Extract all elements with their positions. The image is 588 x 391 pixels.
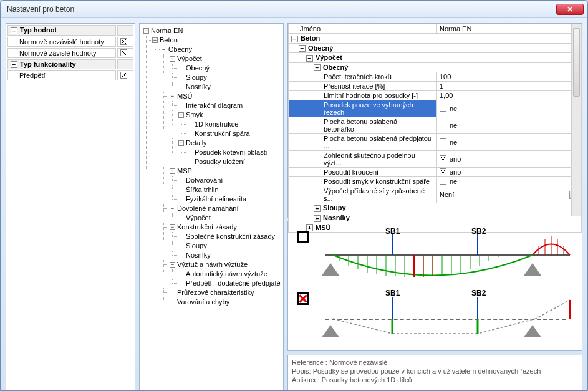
- collapse-icon[interactable]: −: [11, 27, 17, 34]
- prop-row-posudek-rezy[interactable]: Posudek pouze ve vybraných řezechne: [289, 100, 582, 117]
- prop-group-obecny2[interactable]: −Obecný: [289, 62, 582, 72]
- prop-value[interactable]: Není: [440, 191, 454, 198]
- tree-vypocet[interactable]: −Výpočet Obecný Sloupy Nosníky: [170, 54, 282, 92]
- prop-row-krouceni[interactable]: Posoudit krouceníano: [289, 168, 582, 177]
- expand-icon[interactable]: +: [314, 205, 321, 212]
- tree-label: Detaily: [186, 139, 207, 147]
- tree-trhlin[interactable]: Šířka trhlin: [178, 185, 282, 195]
- collapse-icon[interactable]: −: [170, 206, 175, 211]
- tree-interakcni[interactable]: Interakční diagram: [178, 101, 282, 110]
- tree-kz-sloupy[interactable]: Sloupy: [178, 241, 282, 251]
- prop-row-spara[interactable]: Posoudit smyk v konstrukční spářene: [289, 177, 582, 186]
- tree-1d[interactable]: 1D konstrukce: [187, 120, 282, 129]
- tree-kz-nosniky[interactable]: Nosníky: [178, 251, 282, 260]
- collapse-icon[interactable]: −: [314, 64, 321, 71]
- prop-value[interactable]: 1: [440, 82, 443, 90]
- collapse-icon[interactable]: −: [170, 94, 175, 99]
- prop-row-plocha1[interactable]: Plocha betonu oslabená betonářko...ne: [289, 117, 582, 134]
- collapse-icon[interactable]: −: [161, 47, 166, 52]
- prop-label: Posoudit smyk v konstrukční spáře: [324, 178, 430, 185]
- checkbox-icon[interactable]: [120, 49, 127, 56]
- tree-vnv-predpeti[interactable]: Předpětí - dodatečně předpjaté: [178, 279, 282, 288]
- prop-group-nosniky[interactable]: +Nosníky: [289, 213, 582, 223]
- tree-varovani[interactable]: Varování a chyby: [170, 297, 282, 307]
- collapse-icon[interactable]: −: [170, 224, 175, 230]
- checkbox-icon[interactable]: [440, 178, 446, 185]
- nav-tree[interactable]: −Norma EN −Beton −Obecný −Výpočet Obecný: [139, 23, 284, 390]
- tree-vypocet-sloupy[interactable]: Sloupy: [178, 73, 282, 82]
- prop-row-plocha2[interactable]: Plocha betonu oslabená předpjatou ...ne: [289, 134, 582, 151]
- tree-fyz[interactable]: Fyzikální nelinearita: [178, 195, 282, 204]
- checkbox-icon[interactable]: [120, 72, 127, 79]
- collapse-icon[interactable]: −: [143, 28, 149, 34]
- support-right-icon: [524, 263, 541, 276]
- prop-value[interactable]: 100: [440, 73, 451, 80]
- scrollbar-thumb[interactable]: [573, 28, 580, 97]
- checkbox-icon[interactable]: [120, 38, 127, 45]
- collapse-icon[interactable]: −: [306, 55, 313, 62]
- collapse-icon[interactable]: −: [152, 37, 158, 43]
- section-typ-hodnot[interactable]: −Typ hodnot: [7, 25, 133, 36]
- prop-group-obecny[interactable]: −Obecný: [289, 43, 582, 53]
- row-predpeti[interactable]: Předpětí: [7, 70, 133, 80]
- collapse-icon[interactable]: −: [178, 140, 184, 146]
- checkbox-icon[interactable]: [440, 138, 446, 145]
- tree-label: Společné konstrukční zásady: [186, 233, 275, 240]
- tree-ulozeni[interactable]: Posudky uložení: [187, 157, 282, 167]
- collapse-icon[interactable]: −: [178, 112, 184, 118]
- tree-beton[interactable]: −Beton −Obecný −Výpočet Obecný Sloupy: [152, 36, 282, 307]
- tree-kz-spolecne[interactable]: Společné konstrukční zásady: [178, 232, 282, 241]
- collapse-icon[interactable]: −: [299, 45, 306, 52]
- row-nezavisle[interactable]: Normově nezávislé hodnoty: [7, 37, 133, 47]
- tree-label: Fyzikální nelinearita: [186, 195, 246, 203]
- tree-spara[interactable]: Konstrukční spára: [187, 129, 282, 138]
- prop-row-name[interactable]: JménoNorma EN: [289, 24, 582, 34]
- collapse-icon[interactable]: −: [11, 61, 17, 68]
- section-typ-funkcionality[interactable]: −Typ funkcionality: [7, 59, 133, 70]
- property-grid[interactable]: JménoNorma EN −Beton −Obecný −Výpočet −O…: [288, 24, 582, 233]
- tree-detaily[interactable]: −Detaily Posudek kotevní oblasti Posudky…: [178, 138, 282, 167]
- titlebar[interactable]: Nastavení pro beton ✕: [1, 1, 587, 18]
- collapse-icon[interactable]: −: [170, 168, 175, 174]
- prop-group-vypocet[interactable]: −Výpočet: [289, 53, 582, 63]
- tree-dotvarovani[interactable]: Dotvarování: [178, 176, 282, 185]
- tree-smyk[interactable]: −Smyk 1D konstrukce Konstrukční spára: [178, 110, 282, 138]
- tree-kz[interactable]: −Konstrukční zásady Společné konstrukční…: [170, 223, 282, 260]
- expand-icon[interactable]: +: [314, 215, 321, 222]
- prop-label: Výpočet: [316, 54, 342, 61]
- support-left-icon: [322, 325, 339, 337]
- prop-row-iter[interactable]: Počet iteračních kroků100: [289, 72, 582, 82]
- row-zavisle[interactable]: Normově závislé hodnoty: [7, 48, 133, 58]
- scrollbar-vertical[interactable]: [571, 24, 581, 216]
- tree-vnv-auto[interactable]: Automatický návrh výztuže: [178, 269, 282, 279]
- collapse-icon[interactable]: −: [291, 36, 298, 42]
- tree-vnv[interactable]: −Výztuž a návrh výztuže Automatický návr…: [170, 260, 282, 288]
- tree-kotevni[interactable]: Posudek kotevní oblasti: [187, 148, 282, 157]
- tree-vypocet-obecny[interactable]: Obecný: [178, 64, 282, 73]
- tree-dv-vypocet[interactable]: Výpočet: [178, 213, 282, 223]
- collapse-icon[interactable]: −: [170, 56, 175, 62]
- prop-label: Výpočet přídavné síly způsobené s...: [324, 187, 425, 202]
- checkbox-icon[interactable]: [440, 122, 446, 128]
- tree-norma-en[interactable]: −Norma EN −Beton −Obecný −Výpočet Obecný: [143, 26, 282, 307]
- checkbox-icon[interactable]: [440, 105, 446, 112]
- row-label: Normově závislé hodnoty: [19, 49, 97, 57]
- tree-label: Obecný: [186, 64, 210, 72]
- tree-prurez[interactable]: Průřezové charakteristiky: [170, 288, 282, 297]
- tree-msp[interactable]: −MSP Dotvarování Šířka trhlin Fyzikální …: [170, 167, 282, 204]
- checkbox-icon[interactable]: [440, 168, 446, 175]
- collapse-icon[interactable]: −: [170, 262, 175, 268]
- tree-vypocet-nosniky[interactable]: Nosníky: [178, 82, 282, 92]
- prop-row-presnost[interactable]: Přesnost iterace [%]1: [289, 82, 582, 91]
- checkbox-icon[interactable]: [440, 155, 446, 162]
- prop-group-beton[interactable]: −Beton: [289, 34, 582, 44]
- tree-msu[interactable]: −MSÚ Interakční diagram −Smyk 1D konstru…: [170, 92, 282, 167]
- prop-row-sila[interactable]: Výpočet přídavné síly způsobené s...Není…: [289, 186, 582, 203]
- prop-value[interactable]: 1,00: [440, 92, 453, 99]
- prop-row-limit[interactable]: Limitní hodnota pro posudky [-]1,00: [289, 91, 582, 100]
- tree-dovolene[interactable]: −Dovolené namáhání Výpočet: [170, 204, 282, 223]
- tree-obecny[interactable]: −Obecný −Výpočet Obecný Sloupy Nosníky: [161, 45, 282, 307]
- prop-group-sloupy[interactable]: +Sloupy: [289, 203, 582, 213]
- close-button[interactable]: ✕: [556, 4, 584, 15]
- prop-row-zohlednit[interactable]: Zohlednit skutečnou podélnou výzt...ano: [289, 151, 582, 168]
